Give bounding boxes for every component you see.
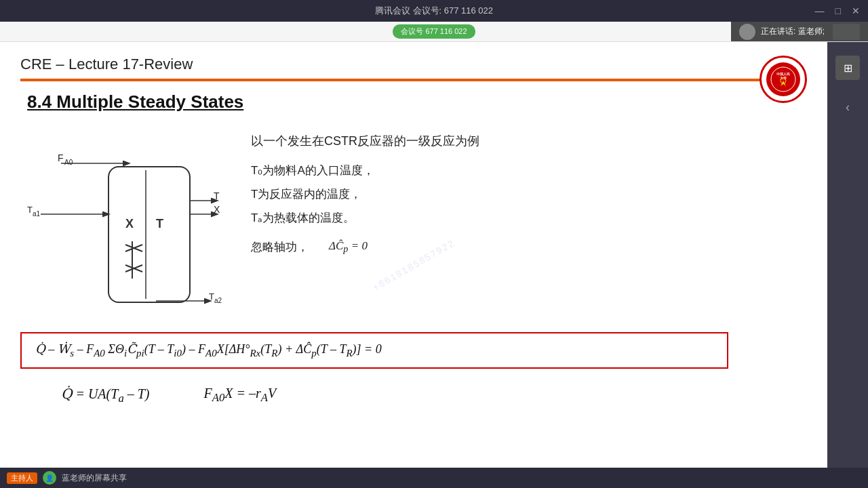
presenter-label: 正在讲话: 蓝老师;	[761, 26, 825, 37]
slide-lecture-title: CRE – Lecture 17-Review	[20, 56, 193, 73]
desc-t: T为反应器内的温度，	[251, 186, 807, 202]
svg-text:X: X	[125, 217, 134, 230]
screen-share-label: 蓝老师的屏幕共享	[62, 472, 127, 484]
arrow-left-icon: ‹	[846, 100, 850, 114]
delta-cp-eq: ΔĈp = 0	[329, 239, 368, 255]
host-badge: 主持人	[7, 472, 37, 484]
title-bar: 腾讯会议 会议号: 677 116 022 — □ ✕	[0, 0, 868, 22]
svg-text:T: T	[27, 205, 33, 215]
notification-bar: 会议号 677 116 022 正在讲话: 蓝老师;	[0, 22, 868, 42]
desc-t0: T₀为物料A的入口温度，	[251, 163, 807, 178]
close-button[interactable]: ✕	[852, 5, 860, 16]
slide-panel: +8618185857922 CRE – Lecture 17-Review 中…	[0, 42, 827, 488]
avatar-icon: 👤	[45, 474, 54, 482]
grid-icon-button[interactable]: ⊞	[835, 56, 860, 80]
ignore-text: 忽略轴功，	[251, 239, 309, 255]
svg-text:T: T	[156, 217, 163, 230]
main-equation-text: Q̇ – Ẇs – FA0 ΣΘiC̃pi(T – Ti0) – FA0X[ΔH…	[35, 342, 382, 356]
logo-inner: 中国人民 大学	[766, 62, 800, 96]
svg-text:T: T	[209, 291, 214, 302]
right-sidebar: ⊞ ‹	[827, 42, 868, 488]
main-wrapper: +8618185857922 CRE – Lecture 17-Review 中…	[0, 42, 868, 488]
presenter-video-thumb	[833, 24, 860, 40]
svg-text:a2: a2	[214, 297, 222, 304]
maximize-button[interactable]: □	[835, 5, 841, 16]
content-area: F A0 T a1 X T	[20, 126, 807, 312]
heat-equation: Q̇ = UA(Ta – T)	[61, 386, 150, 405]
svg-text:X: X	[214, 204, 220, 215]
right-descriptions: 以一个发生在CSTR反应器的一级反应为例 T₀为物料A的入口温度， T为反应器内…	[251, 126, 807, 263]
bottom-section: Q̇ – Ẇs – FA0 ΣΘiC̃pi(T – Ti0) – FA0X[ΔH…	[20, 325, 807, 405]
meeting-badge: 会议号 677 116 022	[393, 24, 475, 39]
presenter-avatar	[739, 24, 755, 40]
title-bar-text: 腾讯会议 会议号: 677 116 022	[375, 5, 493, 17]
desc-ta: Tₐ为热载体的温度。	[251, 210, 807, 226]
svg-text:T: T	[214, 190, 220, 201]
logo-circle: 中国人民 大学	[760, 56, 807, 103]
sub-equations: Q̇ = UA(Ta – T) FA0X = –rAV	[20, 386, 807, 405]
reaction-equation: FA0X = –rAV	[204, 386, 277, 405]
collapse-arrow-button[interactable]: ‹	[846, 100, 850, 115]
cstr-diagram-svg: F A0 T a1 X T	[20, 126, 224, 309]
slide-header: CRE – Lecture 17-Review	[20, 56, 807, 81]
svg-text:A0: A0	[64, 159, 73, 166]
section-title: 8.4 Multiple Steady States	[27, 92, 807, 113]
title-bar-controls: — □ ✕	[815, 5, 860, 16]
bottom-bar: 主持人 👤 蓝老师的屏幕共享	[0, 468, 868, 488]
svg-rect-11	[108, 167, 190, 302]
university-logo: 中国人民 大学	[760, 56, 807, 103]
cstr-diagram-area: F A0 T a1 X T	[20, 126, 237, 312]
grid-icon: ⊞	[844, 62, 852, 75]
svg-text:F: F	[58, 152, 64, 163]
minimize-button[interactable]: —	[815, 5, 825, 16]
main-equation-box: Q̇ – Ẇs – FA0 ΣΘiC̃pi(T – Ti0) – FA0X[ΔH…	[20, 332, 728, 369]
svg-text:a1: a1	[33, 210, 41, 218]
user-avatar: 👤	[43, 471, 56, 485]
presenter-badge: 正在讲话: 蓝老师;	[731, 22, 868, 41]
chinese-intro: 以一个发生在CSTR反应器的一级反应为例	[251, 133, 807, 149]
